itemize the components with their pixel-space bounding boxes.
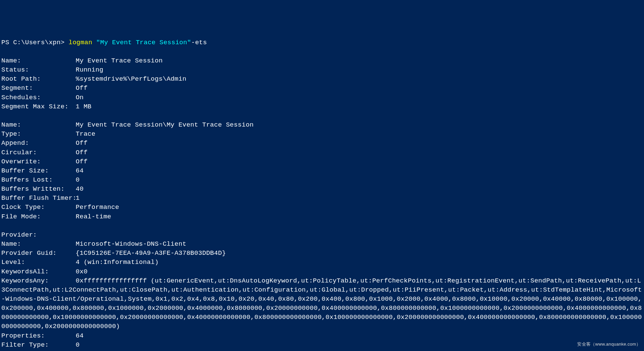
trace-buffers-lost-value: 0: [76, 176, 80, 184]
trace-type-value: Trace: [76, 130, 96, 138]
session-segment-label: Segment:: [1, 84, 76, 93]
session-segment-max-size-label: Segment Max Size:: [1, 102, 76, 111]
provider-name-label: Name:: [1, 240, 76, 249]
session-schedules-label: Schedules:: [1, 93, 76, 102]
session-root-path-label: Root Path:: [1, 75, 76, 84]
session-root-path-value: %systemdrive%\PerfLogs\Admin: [76, 75, 187, 83]
trace-buffer-size-value: 64: [76, 167, 83, 174]
provider-properties-value: 64: [76, 332, 83, 340]
provider-filter-type-label: Filter Type:: [1, 341, 76, 350]
watermark: 安全客（www.anquanke.com）: [577, 341, 641, 348]
trace-file-mode-value: Real-time: [76, 213, 111, 220]
terminal-output: PS C:\Users\xpn> logman "My Event Trace …: [1, 38, 643, 351]
provider-level-label: Level:: [1, 258, 76, 267]
session-status-value: Running: [76, 66, 103, 74]
trace-circular-value: Off: [76, 149, 88, 156]
trace-type-label: Type:: [1, 130, 76, 139]
provider-name-value: Microsoft-Windows-DNS-Client: [76, 240, 187, 248]
trace-append-label: Append:: [1, 139, 76, 148]
trace-buffers-lost-label: Buffers Lost:: [1, 176, 76, 185]
provider-keywords-any-label: KeywordsAny:: [1, 276, 76, 286]
trace-buffer-flush-timer-value: 1: [76, 194, 80, 202]
provider-keywords-all-value: 0x0: [76, 268, 88, 275]
provider-guid-value: {1C95126E-7EEA-49A9-A3FE-A378B03DDB4D}: [76, 249, 226, 257]
prompt-arg-flag: -ets: [191, 39, 207, 46]
trace-buffer-flush-timer-label: Buffer Flush Timer:: [1, 194, 76, 203]
session-schedules-value: On: [76, 94, 83, 101]
provider-guid-label: Provider Guid:: [1, 249, 76, 258]
provider-keywords-any-value: 0xffffffffffffffff (ut:GenericEvent,ut:D…: [1, 277, 642, 330]
session-segment-value: Off: [76, 84, 88, 92]
session-segment-max-size-value: 1 MB: [76, 103, 92, 110]
trace-overwrite-label: Overwrite:: [1, 157, 76, 166]
trace-name-value: My Event Trace Session\My Event Trace Se…: [76, 121, 254, 129]
session-name-label: Name:: [1, 56, 76, 65]
provider-properties-label: Properties:: [1, 331, 76, 341]
provider-filter-type-value: 0: [76, 341, 80, 349]
session-name-value: My Event Trace Session: [76, 57, 163, 64]
trace-overwrite-value: Off: [76, 158, 88, 165]
trace-file-mode-label: File Mode:: [1, 212, 76, 221]
trace-buffer-size-label: Buffer Size:: [1, 166, 76, 176]
trace-clock-type-value: Performance: [76, 204, 119, 211]
trace-buffers-written-label: Buffers Written:: [1, 185, 76, 194]
prompt-arg-quoted: "My Event Trace Session": [96, 39, 191, 46]
prompt-command: logman: [69, 39, 96, 46]
prompt-prefix: PS C:\Users\xpn>: [1, 39, 69, 46]
trace-append-value: Off: [76, 139, 88, 147]
trace-clock-type-label: Clock Type:: [1, 203, 76, 212]
provider-level-value: 4 (win:Informational): [76, 259, 159, 266]
trace-buffers-written-value: 40: [76, 185, 83, 193]
session-status-label: Status:: [1, 65, 76, 75]
provider-header: Provider:: [1, 231, 37, 239]
trace-circular-label: Circular:: [1, 148, 76, 157]
provider-keywords-all-label: KeywordsAll:: [1, 267, 76, 276]
trace-name-label: Name:: [1, 120, 76, 130]
